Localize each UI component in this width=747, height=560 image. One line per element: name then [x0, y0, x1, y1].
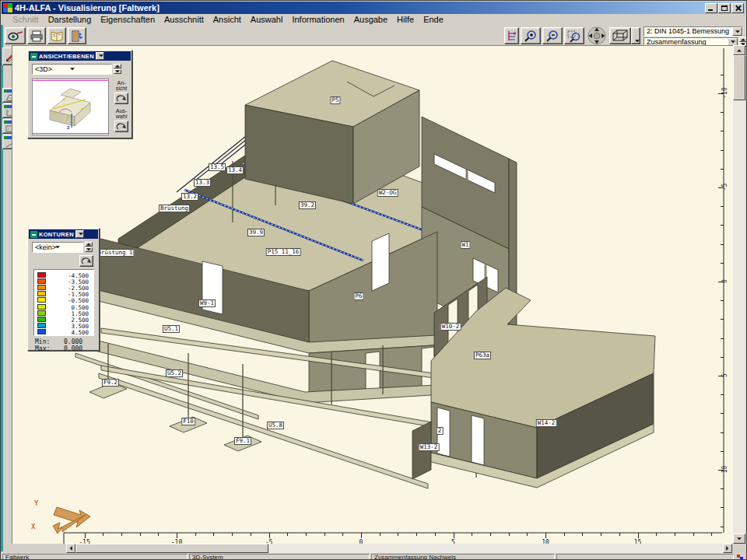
contour-legend: -4.500-3.500-2.500-1.500-0.5000.5001.500… [33, 269, 94, 336]
scroll-left-button[interactable] [66, 544, 75, 553]
model-label: 39.9 [247, 229, 265, 236]
contour-spinner [85, 242, 93, 252]
zoom-window-icon [567, 30, 581, 43]
xy-axis-icon [28, 493, 98, 540]
scroll-up-button[interactable] [733, 45, 745, 55]
view-spinner [114, 64, 121, 74]
scroll-right-button[interactable] [723, 544, 732, 553]
ruler-tick [342, 533, 343, 536]
ruler-label: 5 [721, 366, 728, 385]
model-label: U5.2 [166, 369, 183, 377]
ruler-tick [721, 150, 724, 151]
auswahl-apply-button[interactable] [114, 121, 128, 132]
view-cube-dropdown[interactable] [631, 27, 640, 44]
vertical-scrollbar[interactable] [733, 45, 745, 544]
model-label: P15 11_16 [266, 248, 301, 256]
ruler-tick [721, 169, 724, 170]
pan-pad[interactable] [587, 26, 607, 45]
min-label: Min: [35, 338, 50, 345]
model-label: P63a [474, 352, 491, 359]
ruler-tick [306, 533, 307, 536]
ruler-tick [721, 112, 724, 113]
legend-color-swatch [37, 323, 46, 328]
ruler-tick [656, 533, 657, 536]
clip-plane-line [33, 133, 108, 134]
view-preview[interactable]: z [32, 79, 109, 135]
contours-panel-collapse-button[interactable] [75, 230, 84, 238]
ruler-label: 10 [721, 460, 728, 479]
view-panel-collapse-button[interactable] [96, 52, 104, 60]
ansicht-apply-button[interactable] [114, 93, 128, 104]
horizontal-scrollbar[interactable] [66, 544, 732, 553]
menu-ansicht[interactable]: Ansicht [209, 15, 246, 24]
help-book-button[interactable] [47, 27, 66, 44]
ruler-tick [721, 225, 724, 226]
contour-combo[interactable]: <kein> [32, 242, 83, 253]
window-titlebar[interactable]: 4H-ALFA - Visualisierung [Faltwerk] [2, 2, 745, 14]
contour-spinner-up[interactable] [85, 242, 93, 247]
menu-ende[interactable]: Ende [419, 15, 448, 24]
zoom-out-button[interactable] [542, 27, 563, 44]
ruler-tick [721, 413, 724, 414]
model-label: F9.1 [234, 437, 251, 445]
contour-apply-button[interactable] [79, 255, 93, 267]
vertical-scroll-thumb[interactable] [733, 55, 745, 100]
legend-color-swatch [37, 272, 46, 278]
result-spinner-up[interactable] [739, 37, 747, 42]
menu-ausgabe[interactable]: Ausgabe [349, 15, 392, 24]
auswahl-label: Aus- wahl [111, 108, 132, 119]
ansicht-label: An- sicht [111, 80, 132, 91]
design-combo[interactable]: 2: DIN 1045-1 Bemessung [644, 26, 743, 37]
view-settings-button[interactable] [5, 27, 26, 44]
contour-spinner-down[interactable] [85, 247, 93, 252]
legend-color-swatch [37, 297, 46, 303]
ruler-tick [140, 533, 141, 536]
ruler-tick [509, 533, 510, 536]
view-combo[interactable]: <3D> [32, 64, 112, 75]
scroll-down-button[interactable] [733, 534, 745, 544]
view-cube-button[interactable] [609, 27, 631, 44]
view-spinner-up[interactable] [114, 64, 121, 68]
print-button[interactable] [27, 27, 46, 44]
result-tree-button[interactable] [504, 27, 519, 44]
ruler-tick [711, 533, 712, 536]
ruler-tick [269, 533, 270, 538]
ruler-tick [324, 533, 325, 536]
ruler-tick [213, 533, 214, 536]
ruler-tick [380, 533, 381, 536]
menu-informationen[interactable]: Informationen [287, 15, 349, 24]
zoom-window-button[interactable] [564, 27, 584, 44]
view-spinner-down[interactable] [114, 69, 121, 74]
menu-hilfe[interactable]: Hilfe [392, 15, 419, 24]
ruler-tick [721, 244, 724, 245]
contours-panel-titlebar[interactable]: KONTUREN [29, 229, 98, 239]
ruler-tick [527, 533, 528, 536]
exit-button[interactable] [68, 27, 86, 44]
legend-row: -1.500 [34, 291, 93, 297]
ruler-tick [721, 319, 724, 320]
minimize-button[interactable] [705, 3, 717, 13]
menu-auswahl[interactable]: Auswahl [246, 15, 288, 24]
model-label: P6 [353, 292, 363, 300]
ruler-tick [638, 533, 639, 538]
ruler-tick [251, 533, 251, 536]
menu-darstellung[interactable]: Darstellung [44, 15, 96, 24]
menu-ausschnitt[interactable]: Ausschnitt [160, 15, 209, 24]
model-viewport[interactable]: P513.513.413.313.2Brüstung39.239.9P15 11… [12, 45, 733, 544]
legend-row: -3.500 [34, 278, 93, 285]
min-value: 0.000 [64, 338, 82, 345]
horizontal-scroll-thumb[interactable] [75, 544, 268, 553]
ruler-tick [361, 533, 362, 538]
z-axis-label: z [67, 124, 70, 130]
maximize-button[interactable] [718, 3, 731, 13]
design-combo-arrow[interactable] [732, 27, 742, 36]
close-button[interactable] [731, 3, 744, 13]
legend-color-swatch [37, 310, 46, 316]
x-axis-label: X [31, 523, 35, 530]
view-panel-titlebar[interactable]: ANSICHT/EBENEN [29, 51, 131, 61]
menu-eigenschaften[interactable]: Eigenschaften [96, 15, 160, 24]
model-label: W2-OG [377, 189, 398, 197]
contours-panel: KONTUREN <kein> -4.500-3.500-2.500-1.500… [27, 228, 100, 351]
ruler-tick [232, 533, 233, 536]
zoom-in-button[interactable] [521, 27, 541, 44]
